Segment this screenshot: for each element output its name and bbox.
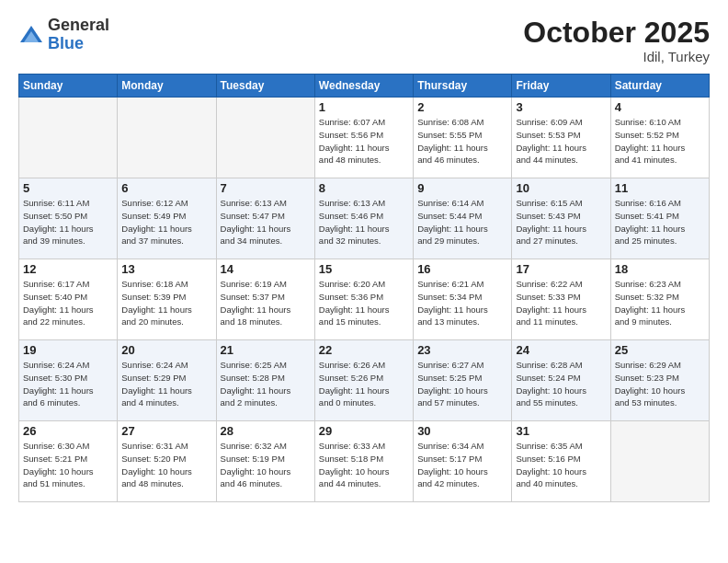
month-title: October 2025 [523, 17, 710, 49]
day-number: 20 [121, 343, 211, 357]
table-row: 20Sunrise: 6:24 AM Sunset: 5:29 PM Dayli… [118, 340, 216, 421]
day-detail: Sunrise: 6:32 AM Sunset: 5:19 PM Dayligh… [221, 440, 311, 490]
day-number: 19 [23, 343, 113, 357]
day-number: 10 [516, 181, 606, 195]
day-detail: Sunrise: 6:28 AM Sunset: 5:24 PM Dayligh… [516, 359, 606, 409]
day-detail: Sunrise: 6:08 AM Sunset: 5:55 PM Dayligh… [417, 116, 507, 167]
day-detail: Sunrise: 6:21 AM Sunset: 5:34 PM Dayligh… [417, 278, 507, 328]
day-number: 25 [615, 343, 705, 357]
header-tuesday: Tuesday [216, 75, 314, 98]
table-row: 26Sunrise: 6:30 AM Sunset: 5:21 PM Dayli… [19, 421, 118, 502]
day-detail: Sunrise: 6:31 AM Sunset: 5:20 PM Dayligh… [121, 440, 211, 490]
day-number: 14 [221, 262, 311, 276]
day-number: 24 [516, 343, 606, 357]
day-detail: Sunrise: 6:11 AM Sunset: 5:50 PM Dayligh… [23, 197, 113, 247]
table-row: 22Sunrise: 6:26 AM Sunset: 5:26 PM Dayli… [314, 340, 413, 421]
day-detail: Sunrise: 6:13 AM Sunset: 5:46 PM Dayligh… [319, 197, 409, 247]
table-row [610, 421, 709, 502]
day-detail: Sunrise: 6:27 AM Sunset: 5:25 PM Dayligh… [417, 359, 507, 409]
table-row: 15Sunrise: 6:20 AM Sunset: 5:36 PM Dayli… [314, 259, 413, 340]
day-detail: Sunrise: 6:07 AM Sunset: 5:56 PM Dayligh… [319, 116, 409, 167]
calendar-week-row: 5Sunrise: 6:11 AM Sunset: 5:50 PM Daylig… [19, 178, 710, 259]
header-friday: Friday [512, 75, 610, 98]
day-number: 27 [121, 424, 211, 438]
logo-blue: Blue [48, 34, 84, 52]
day-detail: Sunrise: 6:20 AM Sunset: 5:36 PM Dayligh… [319, 278, 409, 328]
logo-icon [18, 22, 44, 48]
table-row: 4Sunrise: 6:10 AM Sunset: 5:52 PM Daylig… [610, 98, 709, 178]
table-row: 5Sunrise: 6:11 AM Sunset: 5:50 PM Daylig… [19, 178, 118, 259]
day-number: 11 [615, 181, 705, 195]
title-block: October 2025 Idil, Turkey [523, 17, 710, 64]
table-row: 28Sunrise: 6:32 AM Sunset: 5:19 PM Dayli… [216, 421, 314, 502]
table-row: 25Sunrise: 6:29 AM Sunset: 5:23 PM Dayli… [610, 340, 709, 421]
calendar-page: General Blue October 2025 Idil, Turkey S… [0, 0, 728, 563]
header: General Blue October 2025 Idil, Turkey [18, 17, 710, 64]
day-number: 18 [615, 262, 705, 276]
table-row: 17Sunrise: 6:22 AM Sunset: 5:33 PM Dayli… [512, 259, 610, 340]
day-detail: Sunrise: 6:22 AM Sunset: 5:33 PM Dayligh… [516, 278, 606, 328]
day-detail: Sunrise: 6:10 AM Sunset: 5:52 PM Dayligh… [615, 116, 705, 167]
logo-text: General Blue [48, 17, 109, 53]
table-row: 8Sunrise: 6:13 AM Sunset: 5:46 PM Daylig… [314, 178, 413, 259]
table-row: 11Sunrise: 6:16 AM Sunset: 5:41 PM Dayli… [610, 178, 709, 259]
calendar-week-row: 19Sunrise: 6:24 AM Sunset: 5:30 PM Dayli… [19, 340, 710, 421]
day-number: 31 [516, 424, 606, 438]
logo-general: General [48, 16, 109, 34]
header-wednesday: Wednesday [314, 75, 413, 98]
table-row: 27Sunrise: 6:31 AM Sunset: 5:20 PM Dayli… [118, 421, 216, 502]
table-row: 24Sunrise: 6:28 AM Sunset: 5:24 PM Dayli… [512, 340, 610, 421]
table-row: 21Sunrise: 6:25 AM Sunset: 5:28 PM Dayli… [216, 340, 314, 421]
table-row: 30Sunrise: 6:34 AM Sunset: 5:17 PM Dayli… [414, 421, 512, 502]
day-detail: Sunrise: 6:09 AM Sunset: 5:53 PM Dayligh… [516, 116, 606, 167]
day-detail: Sunrise: 6:12 AM Sunset: 5:49 PM Dayligh… [121, 197, 211, 247]
day-number: 6 [121, 181, 211, 195]
day-detail: Sunrise: 6:24 AM Sunset: 5:30 PM Dayligh… [23, 359, 113, 409]
table-row: 16Sunrise: 6:21 AM Sunset: 5:34 PM Dayli… [414, 259, 512, 340]
table-row: 12Sunrise: 6:17 AM Sunset: 5:40 PM Dayli… [19, 259, 118, 340]
table-row: 31Sunrise: 6:35 AM Sunset: 5:16 PM Dayli… [512, 421, 610, 502]
day-detail: Sunrise: 6:35 AM Sunset: 5:16 PM Dayligh… [516, 440, 606, 490]
day-number: 16 [417, 262, 507, 276]
day-number: 21 [221, 343, 311, 357]
table-row: 23Sunrise: 6:27 AM Sunset: 5:25 PM Dayli… [414, 340, 512, 421]
table-row: 7Sunrise: 6:13 AM Sunset: 5:47 PM Daylig… [216, 178, 314, 259]
day-number: 30 [417, 424, 507, 438]
header-saturday: Saturday [610, 75, 709, 98]
table-row: 1Sunrise: 6:07 AM Sunset: 5:56 PM Daylig… [314, 98, 413, 178]
day-number: 1 [319, 100, 409, 114]
day-detail: Sunrise: 6:16 AM Sunset: 5:41 PM Dayligh… [615, 197, 705, 247]
table-row: 14Sunrise: 6:19 AM Sunset: 5:37 PM Dayli… [216, 259, 314, 340]
day-number: 28 [221, 424, 311, 438]
day-detail: Sunrise: 6:26 AM Sunset: 5:26 PM Dayligh… [319, 359, 409, 409]
table-row: 2Sunrise: 6:08 AM Sunset: 5:55 PM Daylig… [414, 98, 512, 178]
table-row: 18Sunrise: 6:23 AM Sunset: 5:32 PM Dayli… [610, 259, 709, 340]
day-number: 29 [319, 424, 409, 438]
day-number: 3 [516, 100, 606, 114]
location: Idil, Turkey [523, 49, 710, 64]
day-detail: Sunrise: 6:24 AM Sunset: 5:29 PM Dayligh… [121, 359, 211, 409]
day-number: 23 [417, 343, 507, 357]
table-row: 19Sunrise: 6:24 AM Sunset: 5:30 PM Dayli… [19, 340, 118, 421]
calendar-week-row: 1Sunrise: 6:07 AM Sunset: 5:56 PM Daylig… [19, 98, 710, 178]
logo: General Blue [18, 17, 109, 53]
day-number: 26 [23, 424, 113, 438]
table-row: 10Sunrise: 6:15 AM Sunset: 5:43 PM Dayli… [512, 178, 610, 259]
table-row [19, 98, 118, 178]
table-row: 13Sunrise: 6:18 AM Sunset: 5:39 PM Dayli… [118, 259, 216, 340]
table-row: 3Sunrise: 6:09 AM Sunset: 5:53 PM Daylig… [512, 98, 610, 178]
header-monday: Monday [118, 75, 216, 98]
day-number: 22 [319, 343, 409, 357]
day-number: 17 [516, 262, 606, 276]
table-row [216, 98, 314, 178]
day-detail: Sunrise: 6:29 AM Sunset: 5:23 PM Dayligh… [615, 359, 705, 409]
day-detail: Sunrise: 6:17 AM Sunset: 5:40 PM Dayligh… [23, 278, 113, 328]
header-thursday: Thursday [414, 75, 512, 98]
calendar-week-row: 26Sunrise: 6:30 AM Sunset: 5:21 PM Dayli… [19, 421, 710, 502]
calendar-week-row: 12Sunrise: 6:17 AM Sunset: 5:40 PM Dayli… [19, 259, 710, 340]
day-number: 9 [417, 181, 507, 195]
calendar-table: Sunday Monday Tuesday Wednesday Thursday… [18, 74, 710, 502]
day-detail: Sunrise: 6:14 AM Sunset: 5:44 PM Dayligh… [417, 197, 507, 247]
day-detail: Sunrise: 6:25 AM Sunset: 5:28 PM Dayligh… [221, 359, 311, 409]
day-number: 4 [615, 100, 705, 114]
